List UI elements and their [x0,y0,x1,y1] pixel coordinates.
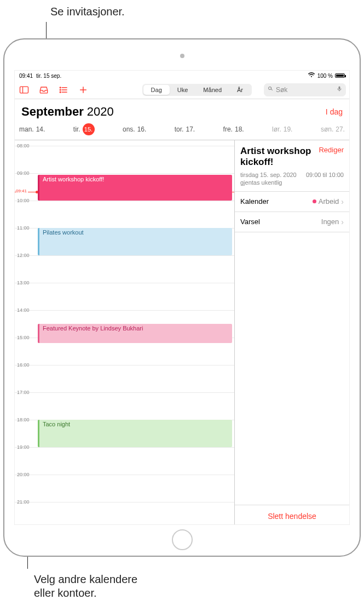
calendar-event[interactable]: Artist workshop kickoff! [38,175,232,201]
hour-line: 09:00 [15,173,234,174]
view-segmented: Dag Uke Måned År [142,84,252,96]
edit-button[interactable]: Rediger [319,146,344,168]
day-strip: man.14. tir.15. ons.16. tor.17. fre.18. … [15,121,349,140]
svg-rect-0 [20,87,28,93]
hour-label: 20:00 [17,472,30,477]
day-fri[interactable]: fre.18. [223,123,244,135]
search-input[interactable]: Søk [264,83,346,96]
hour-label: 19:00 [17,444,30,450]
year: 2020 [87,105,114,118]
seg-day[interactable]: Dag [143,85,170,95]
svg-point-7 [60,92,61,93]
hour-label: 16:00 [17,362,30,368]
hour-label: 09:00 [17,170,30,176]
hours-layer: 08:0009:0010:0011:0012:0013:0014:0015:00… [15,140,234,525]
weekday: fre. [223,125,233,133]
seg-month[interactable]: Måned [195,85,229,95]
hour-line: 13:00 [15,283,234,283]
hour-label: 18:00 [17,417,30,422]
delete-event-button[interactable]: Slett hendelse [235,505,349,525]
hour-label: 12:00 [17,253,30,258]
page-title: September 2020 [21,105,114,119]
hour-line: 16:00 [15,365,234,366]
hour-label: 11:00 [17,225,30,231]
hour-line: 14:00 [15,310,234,311]
alert-row[interactable]: Varsel Ingen› [235,212,349,232]
hour-label: 13:00 [17,280,30,285]
weekday: lør. [272,125,281,133]
hour-line: 19:00 [15,447,234,448]
hour-label: 21:00 [17,499,30,505]
day-num: 18. [235,125,244,133]
month-header: September 2020 I dag [15,99,349,121]
inbox-icon[interactable] [38,84,50,96]
day-num: 15. [83,123,95,135]
ipad-frame: 09:41 tir. 15 sep. 100 % [3,38,361,557]
search-icon [267,85,274,94]
event-time: 09:00 til 10:00 [306,172,344,186]
day-num: 17. [186,125,195,133]
body: 08:0009:0010:0011:0012:0013:0014:0015:00… [15,140,349,525]
seg-year[interactable]: År [229,85,251,95]
day-thu[interactable]: tor.17. [175,123,195,135]
row-label: Varsel [240,218,260,226]
toolbar: Dag Uke Måned År Søk [15,81,349,99]
list-icon[interactable] [57,84,70,96]
calendar-event[interactable]: Featured Keynote by Lindsey Bukhari [38,324,232,343]
chevron-right-icon: › [341,218,344,226]
day-num: 27. [336,125,345,133]
hour-line: 21:00 [15,502,234,502]
home-button[interactable] [172,529,193,550]
callout-calendars: Velg andre kalendereeller kontoer. [34,573,137,600]
camera-dot [180,54,184,58]
timeline[interactable]: 08:0009:0010:0011:0012:0013:0014:0015:00… [15,140,234,525]
status-bar: 09:41 tir. 15 sep. 100 % [15,71,349,81]
day-num: 16. [137,125,147,133]
hour-label: 08:00 [17,143,30,149]
day-wed[interactable]: ons.16. [123,123,146,135]
month-name: September [21,105,84,118]
day-sun[interactable]: søn.27. [321,123,345,135]
hour-label: 14:00 [17,307,30,313]
weekday: tor. [175,125,184,133]
calendar-event[interactable]: Taco night [38,420,232,447]
battery-pct: 100 % [317,73,333,79]
event-date: tirsdag 15. sep. 2020 [240,172,297,178]
weekday: ons. [123,125,135,133]
hour-label: 17:00 [17,390,30,395]
svg-point-6 [60,89,61,90]
weekday: man. [19,125,34,133]
day-num: 19. [284,125,293,133]
hour-label: 10:00 [17,198,30,203]
day-mon[interactable]: man.14. [19,123,45,135]
mic-icon[interactable] [336,85,343,94]
wifi-icon [308,72,315,79]
battery-icon [335,73,345,78]
weekday: søn. [321,125,333,133]
svg-point-5 [60,87,61,88]
sidebar-toggle-icon[interactable] [18,84,30,96]
status-date: tir. 15 sep. [36,73,61,79]
day-sat[interactable]: lør.19. [272,123,292,135]
hour-line: 20:00 [15,475,234,475]
calendar-row[interactable]: Kalender Arbeid› [235,192,349,212]
calendar-color-dot [313,199,316,203]
callout-invitations: Se invitasjoner. [50,5,125,18]
day-num: 14. [36,125,45,133]
event-title: Artist workshop kickoff! [240,146,319,168]
search-placeholder: Søk [276,86,287,94]
today-button[interactable]: I dag [326,107,343,116]
screen: 09:41 tir. 15 sep. 100 % [14,70,350,525]
hour-line: 12:00 [15,255,234,256]
day-tue[interactable]: tir.15. [73,123,95,135]
chevron-right-icon: › [341,197,344,206]
now-time-label: 09:41 [16,189,28,193]
row-label: Kalender [240,197,269,205]
weekday: tir. [73,125,80,133]
seg-week[interactable]: Uke [170,85,196,95]
row-value: Arbeid [319,197,339,205]
calendar-event[interactable]: Pilates workout [38,228,232,255]
add-icon[interactable] [77,84,89,96]
event-detail-panel: Artist workshop kickoff! Rediger tirsdag… [234,140,349,525]
row-value: Ingen [321,218,339,226]
